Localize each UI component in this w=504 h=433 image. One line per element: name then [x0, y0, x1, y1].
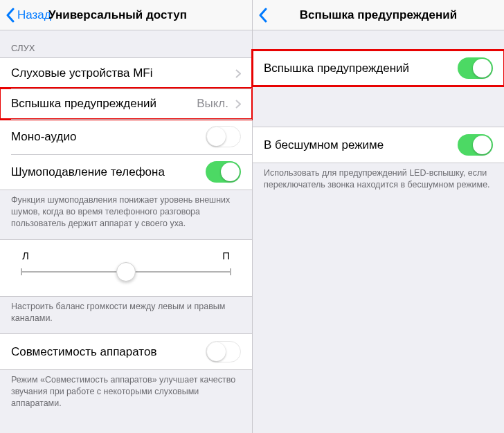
row-led-flash-alerts[interactable]: Вспышка предупреждений — [253, 50, 504, 86]
footer-compat: Режим «Совместимость аппаратов» улучшает… — [0, 370, 252, 419]
balance-slider-group: Л П — [0, 239, 252, 297]
row-label: Совместимость аппаратов — [11, 345, 206, 359]
chevron-left-icon — [6, 8, 15, 23]
slider-thumb[interactable] — [116, 262, 136, 282]
section-header-hearing: СЛУХ — [0, 30, 252, 57]
footer-silent: Использовать для предупреждений LED-вспы… — [253, 163, 504, 201]
row-mono-audio[interactable]: Моно-аудио — [0, 119, 252, 154]
row-phone-noise-cancellation[interactable]: Шумоподавление телефона — [0, 154, 252, 190]
row-label: Слуховые устройства MFi — [11, 66, 235, 80]
slider-label-right: П — [222, 250, 230, 261]
toggle-noise-cancellation[interactable] — [206, 161, 241, 183]
hearing-group: Слуховые устройства MFi Вспышка предупре… — [0, 57, 252, 190]
led-flash-settings-pane: Вспышка предупреждений Вспышка предупреж… — [253, 0, 504, 433]
row-label: Шумоподавление телефона — [11, 165, 206, 179]
chevron-left-icon — [258, 8, 267, 23]
toggle-mono-audio[interactable] — [206, 126, 241, 147]
chevron-right-icon — [235, 100, 241, 109]
flash-group: Вспышка предупреждений — [253, 50, 504, 86]
footer-balance: Настроить баланс громкости между левым и… — [0, 297, 252, 334]
slider-labels: Л П — [21, 250, 231, 261]
nav-back-label: Назад — [17, 8, 51, 22]
chevron-right-icon — [235, 69, 241, 78]
accessibility-settings-pane: Назад Универсальный доступ СЛУХ Слуховые… — [0, 0, 253, 433]
navbar: Назад Универсальный доступ — [0, 0, 252, 30]
nav-back-button[interactable]: Назад — [6, 8, 51, 23]
balance-slider[interactable] — [21, 271, 231, 273]
row-label: Моно-аудио — [11, 130, 206, 144]
navbar: Вспышка предупреждений — [253, 0, 504, 30]
slider-label-left: Л — [22, 250, 29, 261]
section-header-media: МЕДИА — [0, 419, 252, 433]
nav-title: Вспышка предупреждений — [253, 8, 504, 22]
footer-noise: Функция шумоподавления понижает уровень … — [0, 190, 252, 239]
row-label: Вспышка предупреждений — [11, 97, 197, 111]
row-value: Выкл. — [197, 97, 228, 111]
compat-group: Совместимость аппаратов — [0, 333, 252, 370]
row-hearing-aid-compat[interactable]: Совместимость аппаратов — [0, 334, 252, 369]
row-label: Вспышка предупреждений — [264, 62, 458, 75]
row-label: В бесшумном режиме — [264, 138, 458, 152]
silent-group: В бесшумном режиме — [253, 127, 504, 163]
row-flash-on-silent[interactable]: В бесшумном режиме — [253, 127, 504, 163]
nav-title: Универсальный доступ — [48, 8, 187, 22]
row-mfi-devices[interactable]: Слуховые устройства MFi — [0, 58, 252, 89]
nav-back-button[interactable] — [258, 8, 270, 23]
toggle-led-flash[interactable] — [458, 57, 493, 79]
toggle-hearing-aid-compat[interactable] — [206, 341, 241, 362]
row-led-flash-alerts[interactable]: Вспышка предупреждений Выкл. — [0, 89, 252, 119]
toggle-flash-on-silent[interactable] — [458, 134, 493, 156]
